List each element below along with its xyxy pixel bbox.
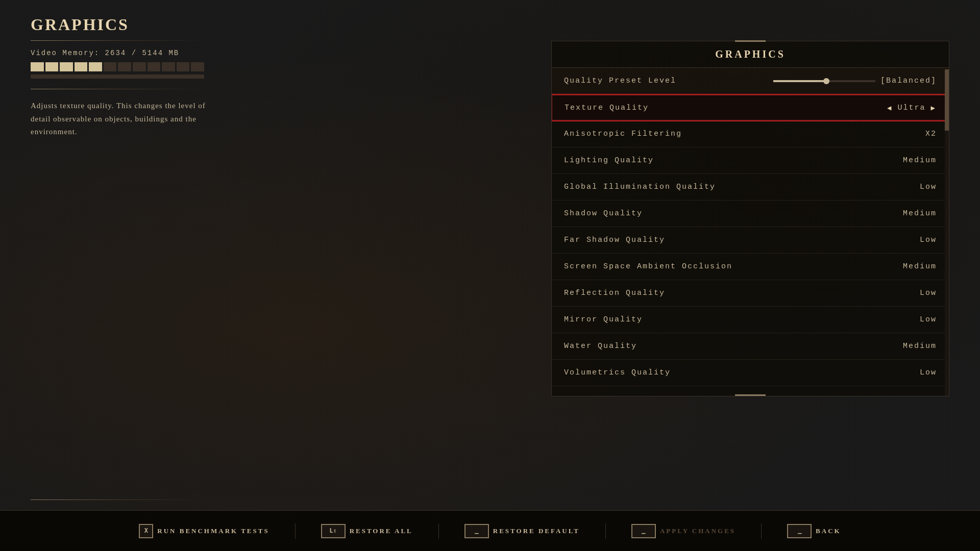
settings-list: Quality Preset Level [Balanced] Texture … — [552, 68, 949, 394]
memory-seg-9 — [148, 62, 161, 71]
setting-name-volumetrics: Volumetrics Quality — [564, 368, 671, 377]
memory-seg-6 — [104, 62, 117, 71]
setting-name-texture-quality: Texture Quality — [565, 104, 649, 112]
texture-quality-left-arrow[interactable]: ◀ — [887, 104, 892, 112]
setting-name-anisotropic: Anisotropic Filtering — [564, 130, 682, 138]
setting-row-particle[interactable]: Particle Quality Medium — [552, 386, 949, 394]
preset-slider[interactable] — [773, 80, 875, 82]
setting-row-far-shadow[interactable]: Far Shadow Quality Low — [552, 227, 949, 254]
apply-changes-action[interactable]: ⎯ Apply Changes — [631, 524, 736, 538]
setting-row-global-illumination[interactable]: Global Illumination Quality Low — [552, 174, 949, 201]
setting-row-quality-preset[interactable]: Quality Preset Level [Balanced] — [552, 68, 949, 94]
left-divider — [31, 89, 204, 89]
setting-value-water: Medium — [903, 342, 937, 350]
texture-quality-right-arrow[interactable]: ▶ — [931, 104, 936, 112]
setting-value-global-illumination: Low — [920, 183, 937, 191]
video-memory-label: Video Memory: 2634 / 5144 MB — [31, 49, 276, 57]
setting-value-volumetrics: Low — [920, 368, 937, 377]
title-divider — [31, 40, 204, 41]
setting-row-reflection[interactable]: Reflection Quality Low — [552, 280, 949, 307]
restore-default-key: ⎯ — [464, 524, 489, 538]
far-shadow-value: Low — [920, 236, 937, 244]
panel-bottom-line — [735, 394, 766, 396]
panel-header-title: Graphics — [715, 48, 786, 60]
page-container: Graphics Video Memory: 2634 / 5144 MB Ad… — [0, 0, 980, 551]
separator-1 — [295, 523, 296, 539]
bottom-bar: X Run Benchmark Tests L⇧ Restore All ⎯ R… — [0, 510, 980, 551]
description-text: Adjusts texture quality. This changes th… — [31, 99, 225, 139]
setting-name-water: Water Quality — [564, 342, 637, 350]
separator-2 — [438, 523, 439, 539]
restore-all-label: Restore All — [350, 527, 413, 535]
setting-row-volumetrics[interactable]: Volumetrics Quality Low — [552, 360, 949, 386]
restore-all-action[interactable]: L⇧ Restore All — [321, 524, 413, 538]
apply-changes-key: ⎯ — [631, 524, 656, 538]
setting-value-anisotropic: X2 — [925, 130, 937, 138]
setting-row-lighting[interactable]: Lighting Quality Medium — [552, 147, 949, 174]
setting-name-far-shadow: Far Shadow Quality — [564, 236, 665, 244]
run-benchmark-label: Run Benchmark Tests — [157, 527, 269, 535]
setting-row-shadow[interactable]: Shadow Quality Medium — [552, 201, 949, 227]
setting-value-mirror: Low — [920, 315, 937, 324]
setting-value-texture-quality: ◀ Ultra ▶ — [887, 104, 936, 112]
setting-row-anisotropic[interactable]: Anisotropic Filtering X2 — [552, 121, 949, 147]
shadow-value: Medium — [903, 209, 937, 218]
left-panel: Graphics Video Memory: 2634 / 5144 MB Ad… — [31, 15, 276, 139]
bottom-left-divider — [31, 499, 204, 500]
back-label: Back — [816, 527, 841, 535]
separator-3 — [605, 523, 606, 539]
memory-seg-3 — [60, 62, 73, 71]
back-key: ⎯ — [787, 524, 812, 538]
memory-seg-1 — [31, 62, 44, 71]
memory-seg-5 — [89, 62, 102, 71]
restore-default-action[interactable]: ⎯ Restore Default — [464, 524, 580, 538]
water-value: Medium — [903, 342, 937, 350]
memory-seg-7 — [118, 62, 131, 71]
memory-bar-bg — [31, 74, 204, 79]
scrollbar[interactable] — [945, 69, 949, 396]
memory-seg-12 — [191, 62, 204, 71]
scrollbar-thumb[interactable] — [945, 69, 949, 131]
memory-bar — [31, 62, 204, 71]
setting-name-global-illumination: Global Illumination Quality — [564, 183, 716, 191]
setting-name-ssao: Screen Space Ambient Occlusion — [564, 262, 732, 271]
global-illumination-value: Low — [920, 183, 937, 191]
setting-value-shadow: Medium — [903, 209, 937, 218]
apply-changes-label: Apply Changes — [660, 527, 736, 535]
setting-row-texture-quality[interactable]: Texture Quality ◀ Ultra ▶ — [552, 94, 949, 121]
anisotropic-value: X2 — [925, 130, 937, 138]
memory-seg-4 — [75, 62, 88, 71]
memory-seg-10 — [162, 62, 175, 71]
setting-name-shadow: Shadow Quality — [564, 209, 643, 218]
restore-default-label: Restore Default — [493, 527, 580, 535]
setting-name-mirror: Mirror Quality — [564, 315, 643, 324]
run-benchmark-action[interactable]: X Run Benchmark Tests — [139, 524, 269, 538]
setting-value-reflection: Low — [920, 289, 937, 297]
setting-value-far-shadow: Low — [920, 236, 937, 244]
memory-seg-8 — [133, 62, 146, 71]
mirror-value: Low — [920, 315, 937, 324]
setting-name-quality-preset: Quality Preset Level — [564, 77, 676, 85]
setting-name-reflection: Reflection Quality — [564, 289, 665, 297]
run-benchmark-key: X — [139, 524, 153, 538]
ssao-value: Medium — [903, 262, 937, 271]
setting-value-quality-preset: [Balanced] — [773, 77, 937, 85]
lighting-value: Medium — [903, 156, 937, 165]
back-action[interactable]: ⎯ Back — [787, 524, 841, 538]
preset-value-label: [Balanced] — [880, 77, 937, 85]
panel-header: Graphics — [552, 41, 949, 68]
setting-value-lighting: Medium — [903, 156, 937, 165]
setting-row-water[interactable]: Water Quality Medium — [552, 333, 949, 360]
setting-row-ssao[interactable]: Screen Space Ambient Occlusion Medium — [552, 254, 949, 280]
restore-all-key: L⇧ — [321, 524, 346, 538]
setting-name-lighting: Lighting Quality — [564, 156, 654, 165]
page-title: Graphics — [31, 15, 276, 34]
texture-quality-value: Ultra — [898, 104, 926, 112]
separator-4 — [761, 523, 762, 539]
memory-seg-2 — [45, 62, 59, 71]
volumetrics-value: Low — [920, 368, 937, 377]
memory-seg-11 — [177, 62, 190, 71]
right-panel: Graphics Quality Preset Level [Balanced]… — [551, 41, 949, 396]
setting-row-mirror[interactable]: Mirror Quality Low — [552, 307, 949, 333]
reflection-value: Low — [920, 289, 937, 297]
